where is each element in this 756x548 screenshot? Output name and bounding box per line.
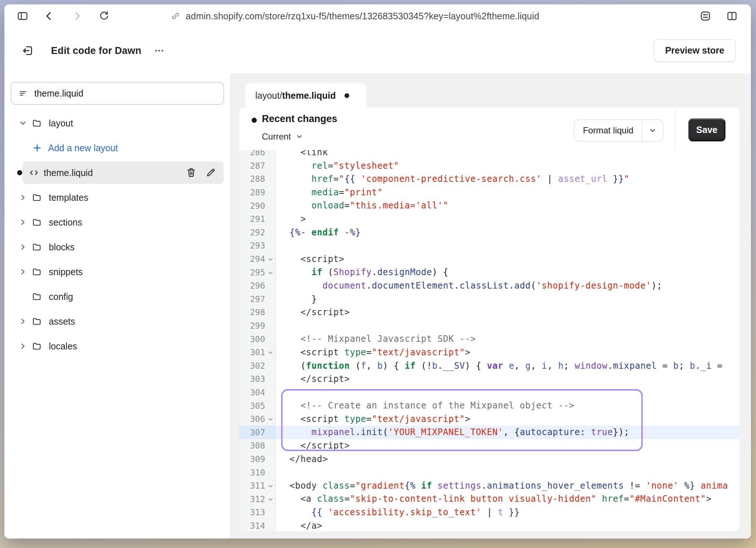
code-line-295[interactable]: 295 if (Shopify.designMode) { — [239, 266, 740, 279]
code-line-303[interactable]: 303 </script> — [239, 372, 740, 386]
fold-chevron-icon[interactable] — [267, 349, 275, 357]
code-text[interactable]: <!-- Create an instance of the Mixpanel … — [276, 399, 740, 412]
code-text[interactable]: {%- endif -%} — [276, 226, 740, 239]
sidebar-item-locales[interactable]: locales — [4, 334, 230, 359]
code-line-311[interactable]: 311 <body class="gradient{% if settings.… — [239, 479, 740, 493]
sidebar-item-blocks[interactable]: blocks — [4, 235, 230, 259]
ellipsis-icon[interactable] — [150, 43, 168, 58]
code-line-304[interactable]: 304 — [239, 386, 740, 399]
code-text[interactable]: </script> — [276, 439, 740, 453]
fold-chevron-icon[interactable] — [267, 256, 275, 263]
code-text[interactable]: <!-- Mixpanel Javascript SDK --> — [276, 332, 740, 346]
code-text[interactable]: media="print" — [276, 186, 740, 199]
preview-store-button[interactable]: Preview store — [654, 39, 736, 62]
code-text[interactable]: <link — [276, 150, 740, 159]
trash-icon[interactable] — [186, 167, 197, 179]
code-line-292[interactable]: 292 {%- endif -%} — [239, 226, 740, 239]
forward-icon[interactable] — [69, 8, 85, 24]
code-text[interactable]: > — [276, 212, 740, 226]
code-text[interactable]: <a class="skip-to-content-link button vi… — [276, 492, 740, 506]
fold-chevron-icon[interactable] — [267, 483, 275, 490]
sidebar-item-assets[interactable]: assets — [4, 309, 230, 334]
code-line-287[interactable]: 287 rel="stylesheet" — [239, 159, 740, 173]
code-line-307[interactable]: 307 mixpanel.init('YOUR_MIXPANEL_TOKEN',… — [239, 426, 740, 439]
code-line-314[interactable]: 314 </a> — [239, 519, 740, 531]
code-text[interactable]: <script type="text/javascript"> — [276, 346, 740, 359]
version-dropdown[interactable]: Current — [262, 132, 303, 142]
format-liquid-button[interactable]: Format liquid — [574, 120, 663, 141]
gutter-line-number: 286 — [239, 150, 276, 159]
code-text[interactable]: onload="this.media='all'" — [276, 199, 740, 212]
code-line-299[interactable]: 299 — [239, 319, 740, 333]
back-icon[interactable] — [41, 8, 57, 24]
chevron-right-icon[interactable] — [18, 193, 28, 202]
code-line-298[interactable]: 298 </script> — [239, 306, 740, 319]
gutter-line-number: 293 — [239, 239, 276, 253]
code-line-310[interactable]: 310 — [239, 466, 740, 479]
code-text[interactable]: </head> — [276, 453, 740, 466]
code-line-296[interactable]: 296 document.documentElement.classList.a… — [239, 279, 740, 293]
code-text[interactable]: </a> — [276, 519, 740, 531]
code-text[interactable]: href="{{ 'component-predictive-search.cs… — [276, 172, 740, 186]
code-line-286[interactable]: 286 <link — [239, 150, 740, 159]
code-text[interactable]: {{ 'accessibility.skip_to_text' | t }} — [276, 506, 740, 519]
save-button[interactable]: Save — [688, 118, 725, 141]
code-line-297[interactable]: 297 } — [239, 293, 740, 306]
code-line-312[interactable]: 312 <a class="skip-to-content-link butto… — [239, 492, 740, 506]
reload-icon[interactable] — [96, 8, 112, 24]
chevron-right-icon[interactable] — [18, 218, 28, 227]
code-text[interactable]: </script> — [276, 306, 740, 319]
code-text[interactable]: <script> — [276, 253, 740, 266]
code-line-305[interactable]: 305 <!-- Create an instance of the Mixpa… — [239, 399, 740, 412]
exit-editor-icon[interactable] — [19, 42, 36, 59]
code-text[interactable]: <script type="text/javascript"> — [276, 412, 740, 426]
code-line-306[interactable]: 306 <script type="text/javascript"> — [239, 412, 740, 426]
sidebar-item-theme-liquid[interactable]: theme.liquid — [4, 160, 230, 185]
code-text[interactable]: rel="stylesheet" — [276, 159, 740, 173]
split-view-icon[interactable] — [724, 8, 740, 24]
chevron-right-icon[interactable] — [18, 242, 28, 252]
address-bar[interactable]: admin.shopify.com/store/rzq1xu-f5/themes… — [170, 4, 539, 28]
code-line-290[interactable]: 290 onload="this.media='all'" — [239, 199, 740, 212]
code-text[interactable]: } — [276, 293, 740, 306]
tab-theme-liquid[interactable]: layout/theme.liquid — [245, 83, 366, 108]
code-text[interactable]: if (Shopify.designMode) { — [276, 266, 740, 279]
code-line-288[interactable]: 288 href="{{ 'component-predictive-searc… — [239, 172, 740, 186]
sidebar-item-config[interactable]: config — [4, 284, 230, 309]
code-line-313[interactable]: 313 {{ 'accessibility.skip_to_text' | t … — [239, 506, 740, 519]
fold-chevron-icon[interactable] — [267, 416, 275, 423]
pencil-icon[interactable] — [205, 167, 217, 179]
code-text[interactable]: (function (f, b) { if (!b.__SV) { var e,… — [276, 359, 740, 373]
sidebar-item-templates[interactable]: templates — [4, 185, 230, 210]
chevron-right-icon[interactable] — [18, 317, 28, 326]
sidebar-item-sections[interactable]: sections — [4, 210, 230, 235]
code-editor[interactable]: 286 <link287 rel="stylesheet"288 href="{… — [239, 150, 740, 531]
code-line-301[interactable]: 301 <script type="text/javascript"> — [239, 346, 740, 359]
fold-chevron-icon[interactable] — [267, 270, 275, 277]
sidebar-item-layout[interactable]: layout — [4, 111, 230, 136]
chevron-right-icon[interactable] — [18, 341, 28, 351]
file-search[interactable] — [11, 82, 224, 105]
code-line-309[interactable]: 309 </head> — [239, 453, 740, 466]
chevron-down-icon[interactable] — [18, 118, 28, 128]
code-text[interactable]: <body class="gradient{% if settings.anim… — [276, 479, 740, 493]
code-line-291[interactable]: 291 > — [239, 212, 740, 226]
code-text[interactable]: document.documentElement.classList.add('… — [276, 279, 740, 293]
page-settings-icon[interactable] — [697, 8, 713, 24]
code-line-289[interactable]: 289 media="print" — [239, 186, 740, 199]
code-line-302[interactable]: 302 (function (f, b) { if (!b.__SV) { va… — [239, 359, 740, 373]
code-line-300[interactable]: 300 <!-- Mixpanel Javascript SDK --> — [239, 332, 740, 346]
sidebar-item-add-a-new-layout[interactable]: Add a new layout — [4, 136, 230, 160]
fold-chevron-icon[interactable] — [267, 496, 275, 504]
code-line-294[interactable]: 294 <script> — [239, 253, 740, 266]
search-input[interactable] — [34, 88, 216, 99]
code-line-308[interactable]: 308 </script> — [239, 439, 740, 453]
code-line-293[interactable]: 293 — [239, 239, 740, 253]
sidebar-item-snippets[interactable]: snippets — [4, 259, 230, 284]
sidebar-toggle-icon[interactable] — [15, 8, 31, 24]
format-options-chevron-icon[interactable] — [642, 120, 663, 141]
chevron-right-icon[interactable] — [18, 267, 28, 277]
code-text[interactable]: mixpanel.init('YOUR_MIXPANEL_TOKEN', {au… — [276, 426, 740, 439]
url-text[interactable]: admin.shopify.com/store/rzq1xu-f5/themes… — [186, 11, 539, 21]
code-text[interactable]: </script> — [276, 372, 740, 386]
